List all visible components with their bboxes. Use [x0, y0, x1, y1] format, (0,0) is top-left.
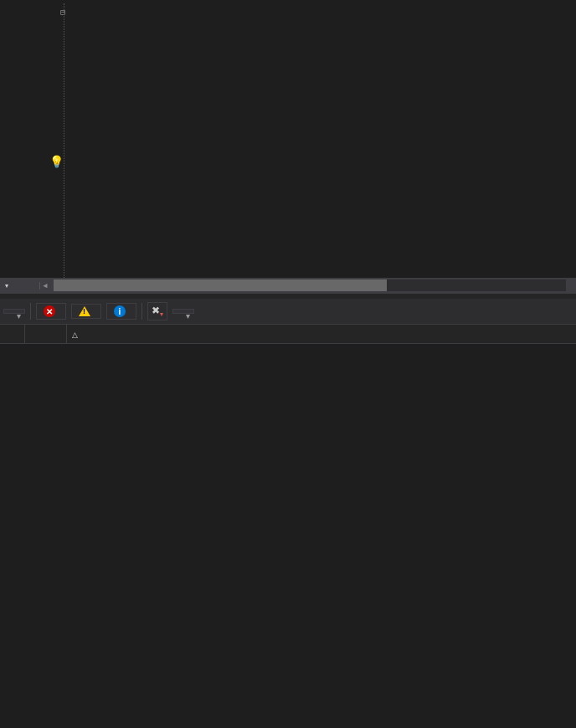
- line-number: [0, 137, 50, 154]
- code-editor[interactable]: ⊟ 💡: [0, 0, 576, 278]
- line-number: [0, 87, 50, 104]
- line-number: [0, 70, 50, 87]
- description-column-header[interactable]: △: [67, 325, 576, 343]
- line-number: [0, 238, 50, 254]
- column-headers[interactable]: △: [0, 325, 576, 344]
- line-number: [0, 154, 50, 171]
- line-number: [0, 37, 50, 54]
- error-list-title: [0, 293, 576, 299]
- clear-filter-button[interactable]: ✖▾: [147, 302, 167, 320]
- zoom-dropdown[interactable]: ▾: [0, 282, 40, 290]
- line-number: [0, 254, 50, 271]
- build-intellisense-dropdown[interactable]: [172, 309, 194, 314]
- scrollbar-track[interactable]: [54, 279, 566, 291]
- line-number: [0, 54, 50, 70]
- line-number: [0, 171, 50, 187]
- warning-icon: [79, 306, 90, 316]
- line-number: [0, 104, 50, 120]
- line-number: [0, 120, 50, 137]
- code-column-header[interactable]: [25, 325, 67, 343]
- scope-dropdown[interactable]: [3, 309, 25, 314]
- line-number: [0, 20, 50, 37]
- error-icon: ✕: [44, 305, 55, 317]
- line-number: [0, 3, 50, 20]
- icon-column-header[interactable]: [0, 325, 25, 343]
- line-number: [0, 187, 50, 204]
- line-number: [0, 221, 50, 238]
- error-list-toolbar: ✕ i ✖▾: [0, 299, 576, 325]
- horizontal-scrollbar[interactable]: ▾ ◂: [0, 278, 576, 293]
- code-content[interactable]: [60, 0, 576, 278]
- warnings-filter[interactable]: [71, 304, 101, 319]
- scrollbar-thumb[interactable]: [54, 279, 387, 291]
- messages-filter[interactable]: i: [106, 303, 136, 320]
- info-icon: i: [114, 305, 126, 317]
- errors-filter[interactable]: ✕: [36, 303, 66, 320]
- line-number: [0, 204, 50, 221]
- line-number-gutter: ⊟ 💡: [0, 0, 60, 278]
